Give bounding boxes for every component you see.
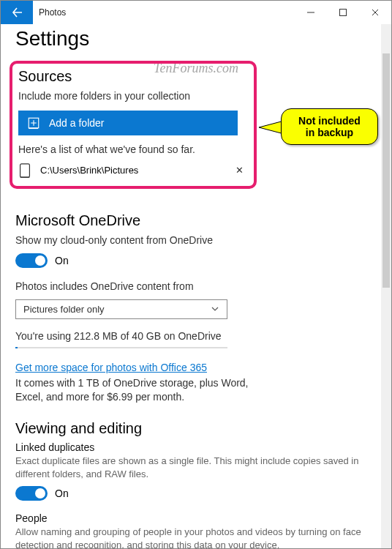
annotation-callout: Not included in backup — [259, 108, 378, 145]
onedrive-cloud-toggle[interactable]: On — [15, 253, 366, 268]
get-more-space-link[interactable]: Get more space for photos with Office 36… — [15, 362, 207, 373]
get-more-space-desc: It comes with 1 TB of OneDrive storage, … — [15, 376, 264, 404]
linked-duplicates-toggle[interactable]: On — [15, 486, 366, 501]
source-folder-path: C:\Users\Brink\Pictures — [40, 165, 222, 176]
viewing-heading: Viewing and editing — [15, 420, 366, 437]
sources-include-label: Include more folders in your collection — [18, 89, 248, 103]
linked-duplicates-title: Linked duplicates — [15, 441, 366, 453]
svg-rect-2 — [20, 164, 30, 177]
dropdown-value: Pictures folder only — [23, 304, 105, 315]
callout-line2: in backup — [306, 127, 353, 138]
onedrive-show-cloud-label: Show my cloud-only content from OneDrive — [15, 234, 366, 247]
vertical-scrollbar[interactable] — [381, 24, 391, 548]
app-title: Photos — [39, 7, 295, 18]
sources-found-label: Here's a list of what we've found so far… — [18, 143, 248, 157]
toggle-knob — [35, 488, 45, 498]
title-bar: Photos — [1, 1, 391, 24]
toggle-knob — [35, 255, 45, 266]
people-title: People — [15, 512, 366, 524]
toggle-state: On — [55, 488, 69, 499]
back-button[interactable] — [1, 1, 33, 24]
callout-line1: Not included — [298, 115, 361, 127]
scrollbar-thumb[interactable] — [382, 53, 390, 288]
svg-rect-0 — [340, 10, 347, 16]
source-folder-row[interactable]: C:\Users\Brink\Pictures ✕ — [18, 163, 248, 179]
add-folder-button[interactable]: Add a folder — [18, 111, 238, 135]
add-folder-icon — [27, 116, 40, 130]
window-controls — [295, 1, 391, 24]
people-desc: Allow naming and grouping of people in y… — [15, 526, 366, 548]
page-title: Settings — [15, 27, 366, 51]
remove-folder-button[interactable]: ✕ — [231, 165, 248, 176]
onedrive-heading: Microsoft OneDrive — [15, 212, 366, 229]
linked-duplicates-desc: Exact duplicate files are shown as a sin… — [15, 455, 366, 480]
minimize-button[interactable] — [295, 1, 327, 24]
maximize-button[interactable] — [327, 1, 359, 24]
toggle-track — [15, 486, 48, 501]
sources-highlight-box: Sources Include more folders in your col… — [10, 61, 257, 189]
back-arrow-icon — [11, 7, 23, 18]
add-folder-label: Add a folder — [49, 117, 105, 129]
onedrive-usage-bar — [15, 347, 227, 348]
onedrive-content-dropdown[interactable]: Pictures folder only — [15, 299, 227, 319]
onedrive-includes-label: Photos includes OneDrive content from — [15, 280, 366, 294]
onedrive-usage-text: You're using 212.8 MB of 40 GB on OneDri… — [15, 329, 366, 343]
toggle-state: On — [55, 255, 69, 266]
close-button[interactable] — [359, 1, 391, 24]
chevron-down-icon — [211, 305, 219, 313]
device-icon — [18, 163, 31, 179]
settings-scroll-area: Settings Sources Include more folders in… — [1, 24, 381, 548]
sources-heading: Sources — [18, 68, 248, 85]
toggle-track — [15, 253, 48, 268]
